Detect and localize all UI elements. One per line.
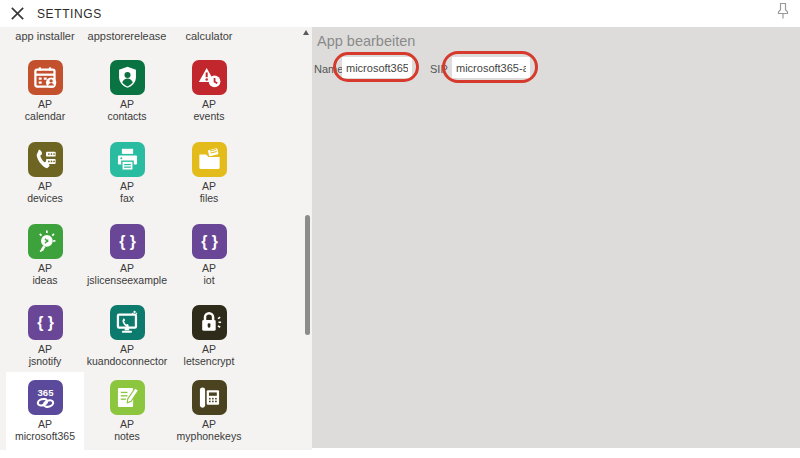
app-tile-label: APnotes xyxy=(86,418,168,442)
app-tile-label: APfiles xyxy=(168,180,250,204)
calendar-icon xyxy=(28,60,63,95)
close-icon[interactable] xyxy=(9,5,26,22)
topbar: SETTINGS xyxy=(0,0,800,27)
app-tile-label: APiot xyxy=(168,262,250,286)
name-field-label: Name xyxy=(314,63,343,75)
app-tile-microsoft365[interactable]: 365APmicrosoft365 xyxy=(4,380,86,442)
note-pencil-icon xyxy=(110,380,145,415)
scroll-up-icon[interactable] xyxy=(303,30,309,35)
edit-panel-title: App bearbeiten xyxy=(317,33,415,49)
app-tile-label: APjsnotify xyxy=(4,343,86,367)
app-tile-calendar[interactable]: APcalendar xyxy=(4,60,86,122)
app-tile-jsnotify[interactable]: { }APjsnotify xyxy=(4,305,86,367)
name-input[interactable] xyxy=(342,57,412,78)
app-tile-fax[interactable]: APfax xyxy=(86,142,168,204)
app-tile-iot[interactable]: { }APiot xyxy=(168,224,250,286)
edit-app-panel: App bearbeiten Name SIP xyxy=(312,27,800,448)
settings-window: SETTINGS app installer appstorerelease c… xyxy=(0,0,800,458)
partial-app-label[interactable]: calculator xyxy=(168,30,250,42)
alert-clock-icon xyxy=(192,60,227,95)
fax-printer-icon xyxy=(110,142,145,177)
folder-icon xyxy=(192,142,227,177)
apps-panel: app installer appstorerelease calculator… xyxy=(0,27,312,450)
svg-text:{ }: { } xyxy=(201,233,218,250)
app-tile-label: APdevices xyxy=(4,180,86,204)
partial-app-label[interactable]: appstorerelease xyxy=(86,30,168,42)
braces-icon: { } xyxy=(110,224,145,259)
pin-icon[interactable] xyxy=(776,2,790,20)
app-tile-label: APideas xyxy=(4,262,86,286)
app-tile-label: APkuandoconnector xyxy=(86,343,168,367)
sip-input[interactable] xyxy=(452,57,530,78)
app-tile-devices[interactable]: APdevices xyxy=(4,142,86,204)
phone-lines-icon xyxy=(28,142,63,177)
app-tile-label: APevents xyxy=(168,98,250,122)
app-tile-label: APcontacts xyxy=(86,98,168,122)
app-tile-jslicenseexample[interactable]: { }APjslicenseexample xyxy=(86,224,168,286)
app-tile-notes[interactable]: APnotes xyxy=(86,380,168,442)
app-tile-label: APjslicenseexample xyxy=(86,262,168,286)
braces-icon: { } xyxy=(192,224,227,259)
desk-phone-icon xyxy=(192,380,227,415)
app-tile-label: APletsencrypt xyxy=(168,343,250,367)
app-tile-label: APmicrosoft365 xyxy=(4,418,86,442)
app-tile-ideas[interactable]: APideas xyxy=(4,224,86,286)
app-tile-contacts[interactable]: APcontacts xyxy=(86,60,168,122)
braces-icon: { } xyxy=(28,305,63,340)
padlock-icon xyxy=(192,305,227,340)
ms365-link-icon: 365 xyxy=(28,380,63,415)
app-tile-events[interactable]: APevents xyxy=(168,60,250,122)
app-tile-letsencrypt[interactable]: APletsencrypt xyxy=(168,305,250,367)
app-tile-label: APfax xyxy=(86,180,168,204)
monitor-phone-icon xyxy=(110,305,145,340)
app-tile-kuandoconnector[interactable]: APkuandoconnector xyxy=(86,305,168,367)
shield-contact-icon xyxy=(110,60,145,95)
svg-text:{ }: { } xyxy=(119,233,136,250)
svg-text:365: 365 xyxy=(37,387,54,398)
partial-app-label[interactable]: app installer xyxy=(4,30,86,42)
sip-field-label: SIP xyxy=(430,63,448,75)
app-tile-myphonekeys[interactable]: APmyphonekeys xyxy=(168,380,250,442)
page-title: SETTINGS xyxy=(37,7,102,21)
lightbulb-icon xyxy=(28,224,63,259)
svg-text:{ }: { } xyxy=(37,314,54,331)
app-tile-files[interactable]: APfiles xyxy=(168,142,250,204)
scrollbar-thumb[interactable] xyxy=(305,215,310,335)
apps-scrollbar[interactable] xyxy=(300,27,312,450)
app-tile-label: APcalendar xyxy=(4,98,86,122)
app-tile-label: APmyphonekeys xyxy=(168,418,250,442)
